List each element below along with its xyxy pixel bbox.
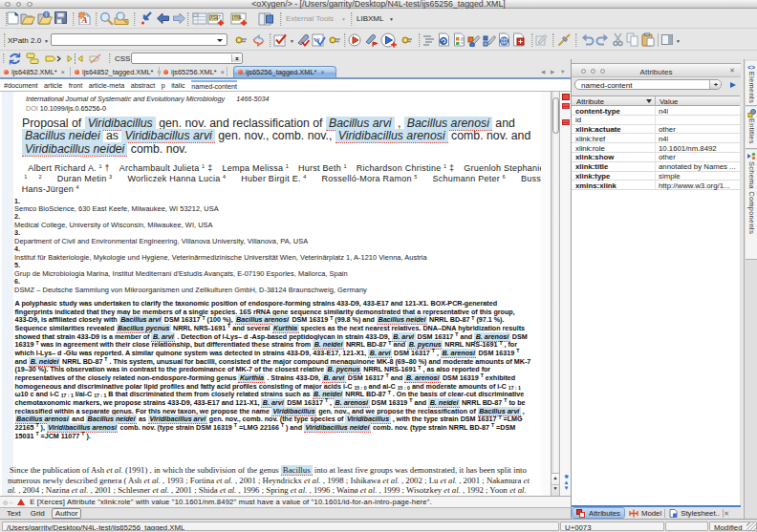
xpath-dropdown-icon[interactable]	[215, 35, 226, 44]
mode-tab-text[interactable]: Text	[4, 509, 24, 518]
panel-layout-dropdown-icon[interactable]: ▼	[676, 38, 681, 44]
debug-xquery-icon[interactable]: XML	[230, 11, 249, 26]
apply-transformation-icon[interactable]	[348, 33, 362, 47]
search-icon[interactable]	[99, 11, 114, 26]
panel-tab-stylesheet[interactable]: Stylesheet..	[665, 507, 724, 519]
show-tags-icon[interactable]	[26, 53, 40, 65]
panel-x-icon[interactable]: ✕	[729, 67, 735, 74]
debug-scenario-icon[interactable]	[380, 32, 399, 48]
panel-layout-icon[interactable]	[661, 34, 673, 45]
new-document-icon[interactable]	[7, 11, 19, 25]
error-marker[interactable]	[562, 103, 570, 109]
side-tab-elements[interactable]: <>Elements	[746, 61, 757, 106]
xpath-version-dropdown-icon[interactable]: ▼	[44, 38, 49, 44]
validate-with-icon[interactable]	[296, 33, 310, 47]
value-column-header[interactable]: Value	[660, 97, 678, 106]
mode-tab-author[interactable]: Author	[52, 508, 82, 519]
attribute-row-xlink-actuate[interactable]: xlink:actuateother	[572, 125, 740, 135]
xpath-input[interactable]	[51, 33, 227, 46]
forward-icon[interactable]	[172, 12, 186, 25]
open-folder-icon[interactable]	[20, 12, 35, 25]
attribute-row-xlink-type[interactable]: xlink:typesimple	[572, 172, 740, 181]
cut-icon[interactable]	[612, 32, 624, 47]
error-marker[interactable]	[562, 119, 570, 126]
no-tags-icon[interactable]	[89, 53, 102, 65]
doc-tab-ijs64852-xml-[interactable]: ijs64852.XML*×	[0, 66, 71, 77]
scroll-up-icon[interactable]: ▲	[552, 475, 559, 480]
validate-dropdown-icon[interactable]: ▼	[290, 38, 294, 44]
mode-tab-grid[interactable]: Grid	[28, 509, 48, 518]
scrollbar-buttons[interactable]: ▲ ▼	[551, 473, 560, 496]
breadcrumb-p[interactable]: p	[162, 80, 165, 90]
format-elements-icon[interactable]	[453, 32, 465, 47]
side-tab-schema-components[interactable]: Schema Components	[746, 150, 757, 260]
undo-icon[interactable]	[580, 33, 595, 46]
external-tools-button[interactable]: External Tools	[286, 14, 334, 23]
notebook-icon[interactable]	[257, 11, 274, 26]
tab-close-icon[interactable]: ×	[61, 69, 65, 75]
error-nav-icon[interactable]: ◎→	[3, 499, 13, 505]
goto-last-edit-icon[interactable]	[140, 11, 153, 26]
sort-descending-icon[interactable]	[646, 99, 652, 106]
outline-icon[interactable]	[422, 34, 435, 46]
attributes-table-header[interactable]: Attribute Value	[572, 96, 740, 106]
open-in-browser-icon[interactable]	[498, 32, 510, 47]
doc-tab-ijs65256-xml-[interactable]: ijs65256.XML*×	[160, 66, 227, 77]
panel-tab-model[interactable]: Model	[625, 507, 665, 519]
external-tools-dropdown-icon[interactable]: ▼	[341, 16, 346, 22]
panel-menu-icon[interactable]	[730, 82, 736, 88]
attribute-row-content-type[interactable]: content-typen4l	[572, 106, 740, 116]
transformation-flag-icon[interactable]	[364, 33, 378, 47]
spell-check-icon[interactable]: A	[77, 11, 91, 25]
grid-view-icon[interactable]	[192, 12, 207, 25]
breadcrumb-italic[interactable]: italic	[171, 80, 184, 90]
attribute-row-xmlns-xlink[interactable]: xmlns:xlinkhttp://www.w3.org/1...	[572, 181, 740, 190]
tab-list-dropdown-icon[interactable]: ▼	[560, 69, 565, 74]
collapse-tags-icon[interactable]	[67, 53, 83, 65]
validation-status-square[interactable]	[562, 94, 570, 100]
css-select[interactable]	[131, 53, 243, 64]
breadcrumb-article-meta[interactable]: article-meta	[89, 80, 125, 90]
well-formed-icon[interactable]: W	[312, 33, 326, 47]
copy-icon[interactable]	[626, 32, 639, 47]
libxml-button[interactable]: LIBXML	[357, 14, 383, 23]
breadcrumb-front[interactable]: front	[69, 80, 82, 90]
panel-tab-attributes[interactable]: Attributes	[572, 507, 625, 519]
paste-icon[interactable]	[641, 32, 655, 47]
back-icon[interactable]	[156, 12, 170, 25]
tab-close-icon[interactable]: ×	[320, 69, 324, 75]
attribute-row-xlink-href[interactable]: xlink:hrefn4l	[572, 134, 740, 143]
attribute-row-xlink-role[interactable]: xlink:role10.1601/nm.8492	[572, 143, 740, 153]
named-content-highlight[interactable]: Bacillus	[281, 465, 313, 476]
scrollbar-thumb[interactable]	[552, 97, 559, 134]
panel-tabs-close-icon[interactable]: ✕	[724, 510, 729, 518]
refresh-css-icon[interactable]	[8, 53, 22, 65]
xpath-settings-icon[interactable]	[235, 35, 248, 46]
redo-icon[interactable]	[595, 33, 610, 46]
scroll-down-icon[interactable]: ▼	[552, 485, 559, 491]
search-in-files-icon[interactable]	[114, 11, 130, 26]
xml-refactor-icon[interactable]	[512, 32, 526, 47]
tab-scroll-right-icon[interactable]: ▶	[551, 69, 554, 74]
named-content-highlight[interactable]: Viridibacillus neidei	[22, 142, 127, 157]
attribute-column-header[interactable]: Attribute	[576, 97, 604, 106]
breadcrumb-document[interactable]: #document	[4, 80, 38, 90]
pin-icon[interactable]	[557, 33, 571, 47]
element-name-combo[interactable]: named-content	[574, 79, 722, 90]
element-combo-stepper-icon[interactable]	[709, 80, 721, 89]
tab-scroll-left-icon[interactable]: ◀	[541, 69, 545, 74]
vertical-scrollbar[interactable]	[551, 92, 560, 496]
window-resize-grip[interactable]	[746, 522, 757, 532]
named-content-highlight[interactable]: Viridibacillus neidei	[304, 423, 371, 433]
attribute-row-xlink-title[interactable]: xlink:titleannotated by Names ...	[572, 162, 740, 172]
debug-xslt-icon[interactable]: XSLT	[207, 11, 226, 26]
scenario-settings-icon[interactable]	[401, 35, 413, 46]
breadcrumb-abstract[interactable]: abstract	[131, 80, 156, 90]
edit-disabled-icon[interactable]	[535, 33, 549, 47]
css-stepper-icon[interactable]	[231, 54, 241, 62]
open-url-icon[interactable]	[37, 11, 53, 25]
breadcrumb-article[interactable]: article	[44, 80, 62, 90]
named-content-highlight[interactable]: Viridibacillus arenosi	[335, 129, 448, 143]
attribute-row-xlink-show[interactable]: xlink:showother	[572, 153, 740, 162]
edit-blue-pencil-icon[interactable]	[483, 33, 496, 47]
